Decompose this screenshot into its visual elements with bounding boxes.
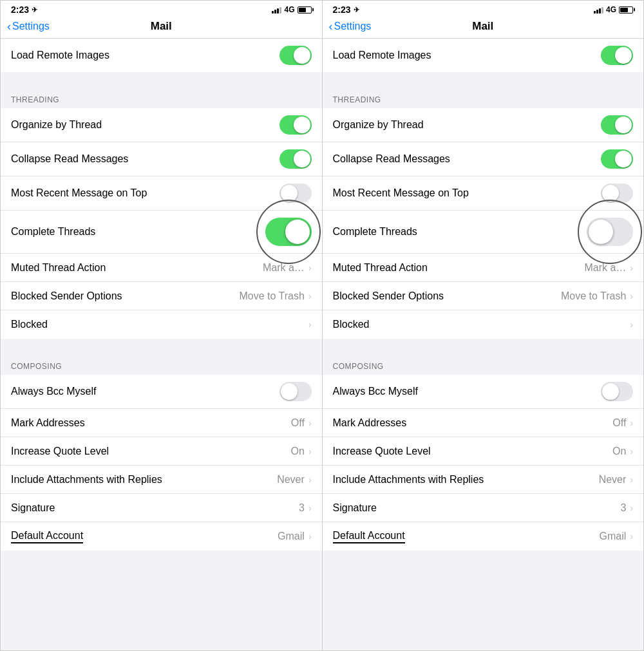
- row-include-attachments[interactable]: Include Attachments with RepliesNever›: [1, 466, 322, 494]
- label-always-bcc-myself: Always Bcc Myself: [11, 386, 96, 397]
- toggle-collapse-read-messages[interactable]: [601, 149, 633, 169]
- back-label[interactable]: Settings: [334, 21, 372, 32]
- toggle-load-remote-images[interactable]: [279, 46, 312, 65]
- row-always-bcc-myself[interactable]: Always Bcc Myself: [1, 375, 322, 409]
- value-signature: 3: [299, 502, 305, 514]
- row-always-bcc-myself[interactable]: Always Bcc Myself: [323, 375, 644, 409]
- toggle-large-thumb-complete-threads: [285, 220, 310, 244]
- back-button[interactable]: ‹ Settings: [7, 20, 50, 33]
- right-blocked: ›: [308, 319, 312, 330]
- toggle-most-recent-message[interactable]: [601, 184, 633, 203]
- row-complete-threads[interactable]: Complete Threads: [1, 211, 322, 254]
- label-complete-threads: Complete Threads: [333, 226, 417, 238]
- toggle-thumb-always-bcc-myself: [281, 383, 298, 400]
- separator-gap: [323, 339, 644, 352]
- back-chevron-icon: ‹: [7, 20, 11, 33]
- row-mark-addresses[interactable]: Mark AddressesOff›: [1, 409, 322, 437]
- toggle-large-complete-threads[interactable]: [265, 218, 312, 246]
- value-increase-quote-level: On: [290, 446, 304, 457]
- toggle-large-complete-threads[interactable]: [587, 218, 633, 246]
- row-blocked-sender-options[interactable]: Blocked Sender OptionsMove to Trash›: [1, 282, 322, 310]
- right-blocked-sender-options: Move to Trash›: [239, 290, 311, 302]
- chevron-increase-quote-level: ›: [308, 446, 312, 457]
- content-area: Load Remote ImagesTHREADINGOrganize by T…: [1, 39, 322, 650]
- value-muted-thread-action: Mark a…: [263, 262, 305, 274]
- value-muted-thread-action: Mark a…: [584, 262, 626, 274]
- right-load-remote-images: [601, 46, 633, 65]
- phone-right: 2:23 ✈ 4G ‹ Settings Mail Load Remote Im…: [322, 0, 645, 651]
- chevron-muted-thread-action: ›: [630, 263, 633, 273]
- back-button[interactable]: ‹ Settings: [329, 20, 372, 33]
- right-most-recent-message: [279, 184, 312, 203]
- row-include-attachments[interactable]: Include Attachments with RepliesNever›: [323, 466, 644, 494]
- row-increase-quote-level[interactable]: Increase Quote LevelOn›: [1, 437, 322, 466]
- chevron-include-attachments: ›: [630, 475, 633, 485]
- section-header-composing-group: COMPOSING: [323, 352, 644, 375]
- value-signature: 3: [620, 502, 626, 514]
- toggle-load-remote-images[interactable]: [601, 46, 633, 65]
- chevron-blocked-sender-options: ›: [630, 291, 633, 301]
- right-most-recent-message: [601, 184, 633, 203]
- right-default-account: Gmail›: [278, 531, 311, 542]
- row-blocked[interactable]: Blocked›: [323, 310, 644, 339]
- status-left: 2:23 ✈: [333, 5, 359, 15]
- right-organize-by-thread: [279, 115, 312, 135]
- toggle-thumb-most-recent-message: [281, 185, 298, 202]
- right-include-attachments: Never›: [277, 474, 311, 486]
- row-default-account[interactable]: Default AccountGmail›: [1, 522, 322, 551]
- row-collapse-read-messages[interactable]: Collapse Read Messages: [323, 142, 644, 176]
- back-chevron-icon: ‹: [329, 20, 333, 33]
- time-label: 2:23: [11, 5, 29, 15]
- page-title: Mail: [151, 20, 172, 33]
- toggle-organize-by-thread[interactable]: [279, 115, 312, 135]
- row-blocked-sender-options[interactable]: Blocked Sender OptionsMove to Trash›: [323, 282, 644, 310]
- right-load-remote-images: [279, 46, 312, 65]
- label-complete-threads: Complete Threads: [11, 226, 95, 238]
- row-complete-threads[interactable]: Complete Threads: [323, 211, 644, 254]
- row-organize-by-thread[interactable]: Organize by Thread: [1, 108, 322, 142]
- row-mark-addresses[interactable]: Mark AddressesOff›: [323, 409, 644, 437]
- toggle-collapse-read-messages[interactable]: [279, 149, 312, 169]
- row-collapse-read-messages[interactable]: Collapse Read Messages: [1, 142, 322, 176]
- label-always-bcc-myself: Always Bcc Myself: [333, 386, 418, 397]
- settings-group-composing-group: Always Bcc MyselfMark AddressesOff›Incre…: [323, 375, 644, 551]
- toggle-most-recent-message[interactable]: [279, 184, 312, 203]
- right-default-account: Gmail›: [600, 531, 633, 542]
- row-muted-thread-action[interactable]: Muted Thread ActionMark a…›: [1, 254, 322, 282]
- value-default-account: Gmail: [600, 531, 627, 542]
- row-increase-quote-level[interactable]: Increase Quote LevelOn›: [323, 437, 644, 466]
- toggle-thumb-organize-by-thread: [294, 117, 310, 133]
- row-blocked[interactable]: Blocked›: [1, 310, 322, 339]
- section-header-composing-group: COMPOSING: [1, 352, 322, 375]
- row-muted-thread-action[interactable]: Muted Thread ActionMark a…›: [323, 254, 644, 282]
- label-increase-quote-level: Increase Quote Level: [11, 446, 109, 457]
- section-header-threading-group: THREADING: [323, 85, 644, 108]
- label-signature: Signature: [11, 502, 55, 514]
- toggle-organize-by-thread[interactable]: [601, 115, 633, 135]
- label-mark-addresses: Mark Addresses: [11, 417, 85, 429]
- chevron-signature: ›: [308, 503, 312, 513]
- label-blocked: Blocked: [333, 319, 370, 330]
- right-organize-by-thread: [601, 115, 633, 135]
- row-signature[interactable]: Signature3›: [1, 494, 322, 522]
- nav-bar: ‹ Settings Mail: [323, 17, 644, 39]
- chevron-muted-thread-action: ›: [308, 263, 312, 273]
- row-most-recent-message[interactable]: Most Recent Message on Top: [1, 176, 322, 211]
- row-load-remote-images[interactable]: Load Remote Images: [323, 39, 644, 72]
- row-most-recent-message[interactable]: Most Recent Message on Top: [323, 176, 644, 211]
- chevron-default-account: ›: [308, 531, 312, 542]
- value-blocked-sender-options: Move to Trash: [561, 290, 626, 302]
- row-default-account[interactable]: Default AccountGmail›: [323, 522, 644, 551]
- network-label: 4G: [606, 5, 616, 14]
- row-signature[interactable]: Signature3›: [323, 494, 644, 522]
- right-collapse-read-messages: [601, 149, 633, 169]
- toggle-thumb-load-remote-images: [615, 47, 632, 64]
- chevron-blocked: ›: [630, 319, 633, 330]
- label-collapse-read-messages: Collapse Read Messages: [333, 153, 450, 165]
- row-load-remote-images[interactable]: Load Remote Images: [1, 39, 322, 72]
- toggle-always-bcc-myself[interactable]: [601, 382, 633, 401]
- row-organize-by-thread[interactable]: Organize by Thread: [323, 108, 644, 142]
- toggle-always-bcc-myself[interactable]: [279, 382, 312, 401]
- back-label[interactable]: Settings: [12, 21, 50, 32]
- right-increase-quote-level: On›: [290, 446, 311, 457]
